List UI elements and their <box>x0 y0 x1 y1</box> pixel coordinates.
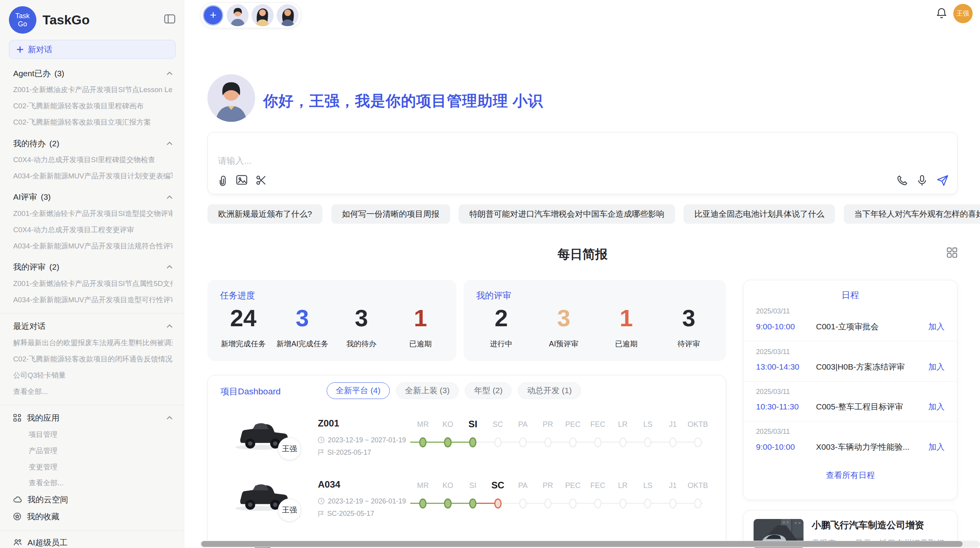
horizontal-scrollbar-thumb[interactable] <box>201 541 963 547</box>
sidebar-task-item[interactable]: C02-飞腾新能源轻客改款项目里程碑画布 <box>13 98 173 114</box>
card-title: 我的评审 <box>476 289 511 301</box>
milestone-label: KO <box>442 415 453 433</box>
dashboard-tab[interactable]: 年型 (2) <box>465 382 512 399</box>
milestone-dot[interactable] <box>569 437 576 447</box>
stat-value: 1 <box>595 305 657 331</box>
clock-icon <box>318 498 325 505</box>
sidebar-task-item[interactable]: Z001-全新燃油轻卡产品开发项目SI造型提交物评审 <box>13 206 173 222</box>
view-all-schedule-link[interactable]: 查看所有日程 <box>744 470 957 481</box>
milestone-dot[interactable] <box>669 437 677 447</box>
milestone-dot[interactable] <box>419 498 427 509</box>
section-agent-done[interactable]: Agent已办 (3) <box>13 65 173 82</box>
milestone-label: LS <box>643 476 653 495</box>
microphone-icon[interactable] <box>918 175 927 188</box>
chevron-up-icon <box>166 195 173 199</box>
stat-value: 3 <box>332 305 391 331</box>
milestone-dot[interactable] <box>444 437 451 447</box>
sidebar-item-cloud-space[interactable]: 我的云空间 <box>13 491 173 508</box>
milestone-dot[interactable] <box>669 498 677 509</box>
dashboard-tab[interactable]: 全新上装 (3) <box>396 382 459 399</box>
suggestion-chip[interactable]: 特朗普可能对进口汽车增税会对中国车企造成哪些影响 <box>459 204 675 224</box>
milestone-dot[interactable] <box>494 437 502 447</box>
image-icon[interactable] <box>236 175 247 188</box>
milestone-dot[interactable] <box>694 437 701 447</box>
sidebar-item-ai-staff[interactable]: AI超级员工 <box>13 534 173 548</box>
dashboard-tab[interactable]: 全新平台 (4) <box>327 382 390 399</box>
section-ai-review[interactable]: AI评审 (3) <box>13 189 173 206</box>
suggestion-chip[interactable]: 当下年轻人对汽车外观有怎样的喜好趋势 <box>844 204 980 224</box>
milestone-dot[interactable] <box>694 498 701 509</box>
join-link[interactable]: 加入 <box>929 401 945 412</box>
collapse-sidebar-icon[interactable] <box>164 14 175 26</box>
app-item[interactable]: 变更管理 <box>29 459 173 475</box>
sidebar-task-item[interactable]: C0X4-动力总成开发项目SI里程碑提交物检查 <box>13 152 173 168</box>
app-item[interactable]: 查看全部... <box>29 475 173 491</box>
recent-chat-item[interactable]: 公司Q3轻卡销量 <box>13 367 173 384</box>
recent-chat-item[interactable]: C02-飞腾新能源轻客改款项目的闭环通告反馈情况 <box>13 351 173 367</box>
stat: 3待评审 <box>658 305 720 349</box>
project-row-z001[interactable]: 王强 Z001 2023-12-19 ~ 2027-01-19 SI-2025-… <box>208 410 726 471</box>
card-title: 任务进度 <box>220 289 255 301</box>
suggestion-chip[interactable]: 欧洲新规最近颁布了什么? <box>207 204 322 224</box>
join-link[interactable]: 加入 <box>929 361 945 372</box>
app-title: TaskGo <box>43 12 164 27</box>
milestone-dot[interactable] <box>469 498 476 509</box>
milestone-dot[interactable] <box>569 498 576 509</box>
milestone-dot[interactable] <box>419 437 427 447</box>
milestone-label: LR <box>618 476 628 495</box>
sidebar-task-item[interactable]: C02-飞腾新能源轻客改款项目立项汇报方案 <box>13 114 173 130</box>
suggestion-chip[interactable]: 比亚迪全固态电池计划具体说了什么 <box>684 204 835 224</box>
milestone-dot[interactable] <box>519 498 526 509</box>
chat-input[interactable] <box>218 156 780 166</box>
milestone-dot[interactable] <box>619 437 627 447</box>
app-item[interactable]: 产品管理 <box>29 443 173 459</box>
dashboard-tab[interactable]: 动总开发 (1) <box>518 382 581 399</box>
section-my-apps[interactable]: 我的应用 <box>13 409 173 426</box>
divider <box>0 313 184 313</box>
chevron-up-icon <box>166 142 173 146</box>
recent-chat-item[interactable]: 查看全部... <box>13 384 173 400</box>
sidebar-task-item[interactable]: A034-全新新能源MUV产品开发项目计划变更表编写 <box>13 168 173 184</box>
suggestion-chip[interactable]: 如何写一份清晰的项目周报 <box>331 204 450 224</box>
attach-icon[interactable] <box>217 175 227 188</box>
sidebar-task-item[interactable]: Z001-全新燃油轻卡产品开发项目SI节点属性5D文件评审 <box>13 276 173 292</box>
milestone-dot[interactable] <box>644 437 651 447</box>
my-apps-list: 项目管理产品管理变更管理查看全部... <box>13 426 173 491</box>
join-link[interactable]: 加入 <box>929 321 945 332</box>
section-my-review[interactable]: 我的评审 (2) <box>13 259 173 276</box>
layout-grid-icon[interactable] <box>947 247 957 260</box>
app-item[interactable]: 项目管理 <box>29 426 173 443</box>
milestone-dot[interactable] <box>519 437 526 447</box>
sidebar-task-item[interactable]: A034-全新新能源MUV产品开发项目造型可行性评审 <box>13 292 173 308</box>
stat: 24新增完成任务 <box>214 305 273 349</box>
section-recent-chats[interactable]: 最近对话 <box>13 318 173 335</box>
project-row-a034[interactable]: 王强 A034 2023-12-19 ~ 2026-01-19 SC-2025-… <box>208 471 726 532</box>
sidebar-task-item[interactable]: A034-全新新能源MUV产品开发项目法规符合性评审 <box>13 238 173 254</box>
send-icon[interactable] <box>937 175 949 188</box>
milestone-label: SI <box>468 415 477 433</box>
milestone-dot[interactable] <box>594 498 601 509</box>
section-my-todo[interactable]: 我的待办 (2) <box>13 135 173 152</box>
milestone-dot[interactable] <box>494 498 502 509</box>
milestone-dot[interactable] <box>469 437 476 447</box>
join-link[interactable]: 加入 <box>929 442 945 452</box>
milestone-dot[interactable] <box>544 498 552 509</box>
recent-chat-item[interactable]: 解释最新出台的欧盟报废车法规再生塑料比例被调至15%... <box>13 335 173 351</box>
voice-call-icon[interactable] <box>897 175 908 188</box>
sidebar-item-favorites[interactable]: 我的收藏 <box>13 508 173 525</box>
milestone-dot[interactable] <box>544 437 552 447</box>
event-date: 2025/03/11 <box>756 388 944 396</box>
milestone-dot[interactable] <box>594 437 601 447</box>
milestone-dot[interactable] <box>444 498 451 509</box>
milestone-label: FEC <box>590 415 605 433</box>
sidebar-task-item[interactable]: Z001-全新燃油皮卡产品开发项目SI节点Lesson Learn报告 <box>13 82 173 98</box>
milestone-dot[interactable] <box>644 498 651 509</box>
horizontal-scrollbar[interactable] <box>200 541 980 548</box>
project-code: Z001 <box>318 418 339 429</box>
sidebar-task-item[interactable]: C0X4-动力总成开发项目工程变更评审 <box>13 222 173 238</box>
stat: 3我的待办 <box>332 305 391 349</box>
new-chat-button[interactable]: 新对话 <box>9 40 176 58</box>
milestone-dot[interactable] <box>619 498 627 509</box>
logo-line1: Task <box>15 12 30 20</box>
scissors-icon[interactable] <box>256 175 266 188</box>
